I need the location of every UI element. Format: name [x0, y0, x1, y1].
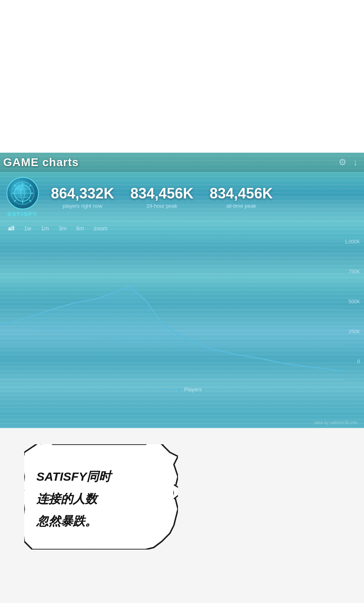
chart-panel: GAME charts ⚙ ↓: [0, 153, 364, 428]
stat-24h-peak: 834,456K 24-hour peak: [130, 185, 193, 209]
filter-1m[interactable]: 1m: [39, 224, 50, 232]
legend-dot: [178, 388, 181, 391]
stat-number-1: 834,456K: [130, 185, 193, 202]
stat-players-now: 864,332K players right now: [51, 185, 114, 209]
filter-6m[interactable]: 6m: [74, 224, 85, 232]
stat-label-2: all-time peak: [226, 203, 256, 209]
y-label-0: 0: [345, 359, 360, 364]
stats-row: SATISFY 864,332K players right now 834,4…: [0, 172, 364, 222]
stat-number-2: 834,456K: [210, 185, 273, 202]
speech-bubble-container: SATISFY同时 连接的人数 忽然暴跌。: [24, 444, 178, 551]
svg-text:连接的人数: 连接的人数: [36, 492, 99, 505]
y-axis-labels: 1,000K 750K 500K 250K 0: [345, 239, 360, 364]
logo-circle: [6, 177, 39, 209]
filter-all[interactable]: all: [6, 224, 16, 232]
stat-label-0: players right now: [63, 203, 102, 209]
download-icon[interactable]: ↓: [353, 157, 358, 168]
game-name: SATISFY: [8, 211, 38, 217]
chart-svg: [0, 239, 364, 381]
time-filter: all 1w 1m 3m 6m zoom: [0, 222, 364, 235]
svg-text:SATISFY同时: SATISFY同时: [36, 470, 113, 483]
svg-text:忽然暴跌。: 忽然暴跌。: [36, 514, 97, 528]
chart-area: 1,000K 750K 500K 250K 0: [0, 235, 364, 385]
legend-line: [162, 389, 174, 390]
chart-legend: Players: [0, 385, 364, 394]
chart-header: GAME charts ⚙ ↓: [0, 153, 364, 172]
y-label-250k: 250K: [345, 329, 360, 335]
watermark: data by satisfyOB.info: [314, 420, 358, 425]
speech-bubble-svg: SATISFY同时 连接的人数 忽然暴跌。: [24, 444, 178, 550]
settings-icon[interactable]: ⚙: [339, 157, 347, 168]
svg-line-9: [14, 185, 16, 186]
top-whitespace: [0, 0, 364, 153]
chart-title: GAME charts: [3, 156, 79, 169]
stat-label-1: 24-hour peak: [146, 203, 178, 209]
svg-line-11: [14, 200, 16, 202]
y-label-750k: 750K: [345, 269, 360, 275]
stat-alltime-peak: 834,456K all-time peak: [210, 185, 273, 209]
bottom-section: SATISFY同时 连接的人数 忽然暴跌。: [0, 428, 364, 603]
game-logo: SATISFY: [6, 177, 39, 217]
filter-zoom[interactable]: zoom: [92, 224, 109, 232]
svg-line-12: [30, 185, 31, 186]
y-label-500k: 500K: [345, 299, 360, 305]
svg-line-10: [30, 200, 31, 202]
filter-1w[interactable]: 1w: [23, 224, 33, 232]
filter-3m[interactable]: 3m: [57, 224, 68, 232]
legend-label: Players: [184, 386, 201, 392]
y-label-1000k: 1,000K: [345, 239, 360, 245]
header-icons: ⚙ ↓: [339, 157, 358, 168]
stat-number-0: 864,332K: [51, 185, 114, 202]
